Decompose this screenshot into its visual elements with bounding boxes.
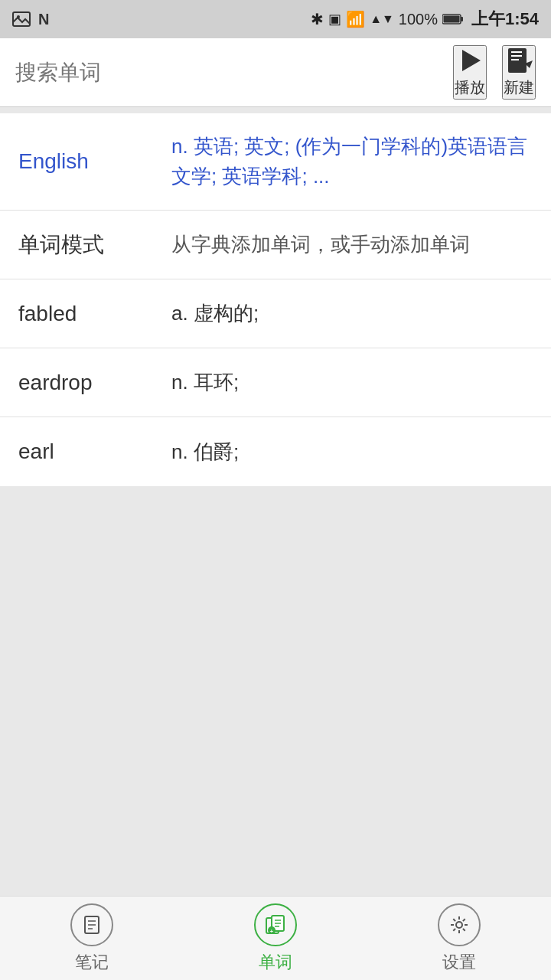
word-row[interactable]: 单词模式 从字典添加单词，或手动添加单词	[0, 211, 551, 279]
word-term: earl	[18, 439, 171, 464]
svg-text:+: +	[270, 928, 274, 935]
svg-rect-10	[511, 59, 519, 60]
svg-line-30	[463, 919, 465, 921]
play-button[interactable]: 播放	[453, 45, 487, 100]
sim-icon: ▣	[328, 11, 341, 28]
word-term: eardrop	[18, 371, 171, 395]
nav-item-settings[interactable]: 设置	[367, 903, 551, 974]
svg-rect-9	[511, 55, 522, 57]
play-icon	[456, 47, 484, 74]
svg-rect-4	[461, 17, 463, 21]
bottom-nav: 笔记 + 单词	[0, 896, 551, 980]
status-time: 上午1:54	[471, 8, 539, 31]
wifi-icon: 📶	[346, 10, 365, 28]
word-term: English	[18, 149, 171, 174]
word-term: fabled	[18, 302, 171, 326]
word-row[interactable]: eardrop n. 耳环;	[0, 348, 551, 417]
word-definition: n. 英语; 英文; (作为一门学科的)英语语言文学; 英语学科; ...	[171, 132, 533, 191]
nav-label-notes: 笔记	[75, 951, 109, 974]
search-input[interactable]	[15, 60, 441, 85]
word-row[interactable]: fabled a. 虚构的;	[0, 279, 551, 348]
bluetooth-icon: ✱	[311, 10, 324, 28]
word-definition: n. 伯爵;	[171, 437, 533, 467]
nav-label-words: 单词	[259, 951, 292, 974]
search-actions: 播放 新建	[453, 45, 536, 100]
nav-label-settings: 设置	[442, 951, 476, 974]
svg-line-29	[463, 928, 465, 930]
search-bar: 播放 新建	[0, 38, 551, 107]
word-definition: n. 耳环;	[171, 368, 533, 397]
n-icon: N	[38, 11, 54, 28]
svg-rect-5	[443, 16, 459, 23]
svg-line-31	[453, 928, 455, 930]
word-list-card: English n. 英语; 英文; (作为一门学科的)英语语言文学; 英语学科…	[0, 113, 551, 486]
signal-icon: ▲▼	[370, 12, 394, 26]
svg-point-23	[456, 922, 462, 928]
word-row[interactable]: English n. 英语; 英文; (作为一门学科的)英语语言文学; 英语学科…	[0, 113, 551, 211]
new-button[interactable]: 新建	[502, 45, 536, 100]
image-icon	[12, 11, 31, 27]
words-icon: +	[264, 913, 287, 936]
new-icon	[505, 47, 533, 74]
new-label: 新建	[504, 77, 534, 98]
status-right-info: ✱ ▣ 📶 ▲▼ 100% 上午1:54	[311, 8, 539, 31]
svg-rect-8	[511, 51, 522, 53]
word-row[interactable]: earl n. 伯爵;	[0, 417, 551, 486]
words-icon-circle: +	[254, 903, 297, 946]
word-definition: a. 虚构的;	[171, 299, 533, 328]
nav-item-notes[interactable]: 笔记	[0, 903, 184, 974]
battery-icon	[442, 13, 464, 25]
svg-marker-6	[462, 50, 481, 71]
svg-line-28	[453, 919, 455, 921]
word-definition: 从字典添加单词，或手动添加单词	[171, 230, 533, 260]
status-bar: N ✱ ▣ 📶 ▲▼ 100% 上午1:54	[0, 0, 551, 38]
battery-label: 100%	[399, 11, 438, 28]
notes-icon-circle	[70, 903, 113, 946]
status-left-icons: N	[12, 11, 54, 28]
word-term: 单词模式	[18, 230, 171, 260]
notes-icon	[81, 914, 103, 936]
settings-icon	[448, 914, 470, 936]
play-label: 播放	[455, 77, 485, 98]
nav-item-words[interactable]: + 单词	[184, 903, 367, 974]
settings-icon-circle	[438, 903, 481, 946]
content-area: English n. 英语; 英文; (作为一门学科的)英语语言文学; 英语学科…	[0, 107, 551, 896]
search-input-wrapper[interactable]	[15, 60, 441, 85]
svg-text:N: N	[38, 11, 49, 28]
